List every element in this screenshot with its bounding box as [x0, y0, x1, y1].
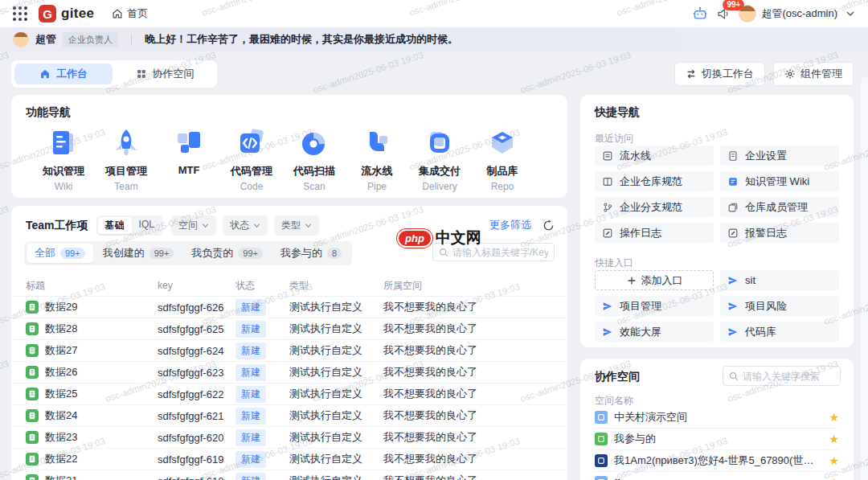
- entry-item-label: 项目管理: [620, 299, 661, 314]
- table-row[interactable]: 数据21 sdfsfgfggf-618 新建 测试执行自定义 我不想要我的良心了: [11, 470, 567, 480]
- table-row[interactable]: 数据29 sdfsfgfggf-626 新建 测试执行自定义 我不想要我的良心了: [11, 297, 567, 318]
- space-row[interactable]: 我1Am2(привет3)您好4-世界5_67890(世界)-结世界123..…: [595, 450, 839, 472]
- function-nav-item[interactable]: MTF: [158, 127, 220, 192]
- gitee-logo[interactable]: G gitee: [39, 5, 94, 23]
- filter-dropdown[interactable]: 空间: [171, 215, 216, 236]
- recent-item[interactable]: 知识管理 Wiki: [720, 171, 839, 191]
- nav-home-link[interactable]: 首页: [112, 6, 148, 21]
- doc-icon: [727, 150, 739, 162]
- space-row[interactable]: 我参与的 ★: [595, 429, 839, 450]
- php-cn-logo: php 中文网: [397, 228, 481, 248]
- space-icon: [595, 433, 608, 445]
- tab-workbench[interactable]: 工作台: [14, 64, 113, 84]
- space-list: 中关村演示空间 ★ 我参与的 ★ 我1Am2(привет3)您好4-世界5_6…: [595, 407, 839, 480]
- recent-item[interactable]: 流水线: [595, 146, 714, 166]
- scan-icon: [298, 127, 330, 159]
- function-nav-item[interactable]: 集成交付 Delivery: [408, 127, 471, 192]
- space-row[interactable]: 中关村演示空间 ★: [595, 407, 839, 429]
- chip-label: 全部: [35, 246, 55, 261]
- workitem-key: sdfsfgfggf-626: [158, 302, 235, 314]
- workitem-space: 我不想要我的良心了: [383, 365, 553, 379]
- recent-item[interactable]: 企业仓库规范: [595, 171, 714, 191]
- announcement-icon[interactable]: 99+: [716, 6, 731, 21]
- add-entry-button[interactable]: 添加入口: [595, 270, 714, 290]
- recent-item[interactable]: 企业设置: [720, 146, 839, 166]
- workitem-key: sdfsfgfggf-619: [158, 453, 235, 466]
- filter-dropdown[interactable]: 类型: [274, 215, 319, 236]
- recent-item[interactable]: 仓库成员管理: [720, 197, 839, 217]
- watermark-text: osc-admin2025-06-03 19:03: [0, 359, 10, 404]
- star-icon[interactable]: ★: [829, 476, 839, 480]
- scope-chip[interactable]: 我创建的 99+: [95, 244, 182, 263]
- function-nav-item[interactable]: 流水线 Pipe: [346, 127, 408, 192]
- function-nav-item[interactable]: 项目管理 Team: [95, 127, 158, 192]
- entry-item[interactable]: 项目风险: [720, 296, 839, 316]
- more-filter-link[interactable]: 更多筛选: [489, 218, 531, 232]
- scope-chip[interactable]: 我参与的 8: [272, 244, 350, 263]
- component-manage-button[interactable]: 组件管理: [773, 62, 854, 86]
- status-badge: 新建: [235, 299, 266, 316]
- home-filled-icon: [39, 68, 51, 80]
- recent-item[interactable]: 操作日志: [595, 223, 714, 243]
- entry-item[interactable]: 项目管理: [595, 296, 714, 316]
- workitem-type: 测试执行自定义: [289, 343, 383, 358]
- function-nav-item[interactable]: 代码管理 Code: [220, 127, 283, 192]
- star-icon[interactable]: ★: [829, 433, 839, 445]
- table-row[interactable]: 数据25 sdfsfgfggf-622 新建 测试执行自定义 我不想要我的良心了: [11, 384, 567, 405]
- function-nav-item[interactable]: 知识管理 Wiki: [32, 127, 95, 192]
- table-row[interactable]: 数据26 sdfsfgfggf-623 新建 测试执行自定义 我不想要我的良心了: [11, 362, 567, 384]
- function-nav-items: 知识管理 Wiki 项目管理 Team MTF 代码管理 Code 代码扫描 S…: [32, 127, 534, 192]
- collab-search-input[interactable]: [743, 371, 834, 382]
- segment-option[interactable]: IQL: [132, 217, 162, 234]
- refresh-icon[interactable]: [542, 219, 555, 232]
- app-launcher-icon[interactable]: [13, 6, 27, 21]
- workitem-title[interactable]: 数据22: [45, 452, 77, 466]
- tab-collab-space[interactable]: 协作空间: [116, 64, 214, 84]
- table-row[interactable]: 数据24 sdfsfgfggf-621 新建 测试执行自定义 我不想要我的良心了: [11, 405, 567, 427]
- workitem-type: 测试执行自定义: [289, 430, 383, 445]
- star-icon[interactable]: ★: [829, 454, 839, 467]
- function-nav-item[interactable]: 制品库 Repo: [471, 127, 534, 192]
- star-icon[interactable]: ★: [829, 411, 839, 424]
- entry-item-label: sit: [745, 274, 755, 286]
- space-row[interactable]: ff ★: [595, 472, 839, 480]
- filter-dropdown[interactable]: 状态: [223, 215, 268, 236]
- assistant-robot-icon[interactable]: [692, 6, 708, 22]
- workitem-title[interactable]: 数据23: [45, 430, 77, 445]
- table-row[interactable]: 数据27 sdfsfgfggf-624 新建 测试执行自定义 我不想要我的良心了: [11, 340, 567, 362]
- recent-item[interactable]: 企业分支规范: [595, 197, 714, 217]
- workitem-type-icon: [26, 301, 39, 314]
- function-item-sublabel: Code: [240, 181, 264, 192]
- entry-item[interactable]: 效能大屏: [595, 322, 714, 342]
- workitem-title[interactable]: 数据29: [45, 300, 77, 314]
- team-workitems-panel: Team工作项 基础IQL 空间 状态 类型 更多筛选 全部 99+我创建的 9…: [11, 206, 567, 480]
- switch-workbench-button[interactable]: 切换工作台: [674, 62, 765, 86]
- table-row[interactable]: 数据23 sdfsfgfggf-620 新建 测试执行自定义 我不想要我的良心了: [11, 427, 567, 449]
- workitem-space: 我不想要我的良心了: [383, 300, 553, 314]
- workitem-title[interactable]: 数据25: [45, 387, 77, 401]
- delivery-icon: [424, 127, 456, 159]
- entry-item-label: 代码库: [745, 325, 776, 339]
- workitem-title[interactable]: 数据28: [45, 322, 77, 336]
- workitem-title[interactable]: 数据26: [45, 365, 77, 379]
- workitem-type-icon: [26, 322, 39, 335]
- table-row[interactable]: 数据28 sdfsfgfggf-625 新建 测试执行自定义 我不想要我的良心了: [11, 318, 567, 340]
- workitem-title[interactable]: 数据24: [45, 408, 77, 423]
- chevron-down-icon[interactable]: [845, 9, 855, 18]
- entry-item[interactable]: 代码库: [720, 322, 839, 342]
- scope-chip[interactable]: 全部 99+: [27, 244, 93, 263]
- user-menu[interactable]: 超管(osc-admin): [739, 5, 837, 23]
- workitem-title[interactable]: 数据21: [45, 474, 77, 480]
- workitem-title[interactable]: 数据27: [45, 343, 77, 358]
- function-nav-item[interactable]: 代码扫描 Scan: [283, 127, 346, 192]
- entry-item[interactable]: sit: [720, 270, 839, 290]
- recent-item[interactable]: 报警日志: [720, 223, 839, 243]
- segment-option[interactable]: 基础: [98, 217, 132, 234]
- watermark-text: osc-admin2025-06-03 19:03: [519, 50, 633, 95]
- scope-chip[interactable]: 我负责的 99+: [183, 244, 271, 263]
- table-row[interactable]: 数据22 sdfsfgfggf-619 新建 测试执行自定义 我不想要我的良心了: [11, 449, 567, 470]
- status-badge: 新建: [235, 386, 266, 403]
- book-icon: [602, 176, 613, 187]
- recent-item-label: 知识管理 Wiki: [745, 174, 809, 189]
- scrollbar-track[interactable]: [861, 77, 868, 480]
